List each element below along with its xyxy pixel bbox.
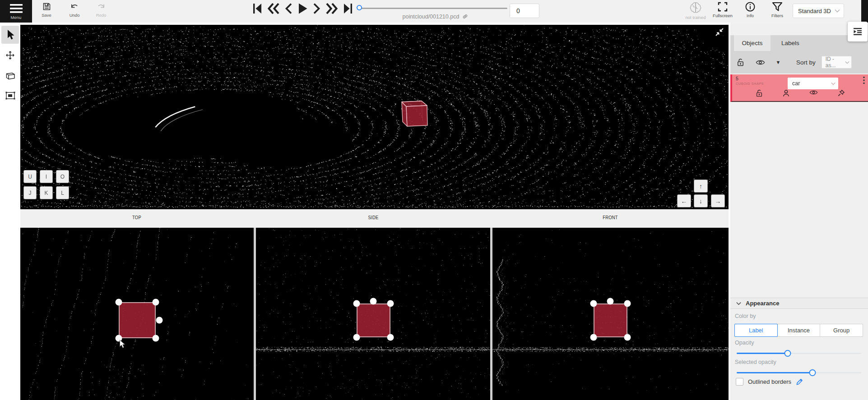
menu-button[interactable]: Menu: [0, 0, 32, 23]
hotkey-i[interactable]: I: [40, 170, 53, 183]
selected-opacity-slider[interactable]: [737, 369, 861, 376]
collapse-view-icon[interactable]: [715, 27, 724, 37]
opacity-slider[interactable]: [737, 349, 861, 357]
toggle-panel-button[interactable]: [848, 22, 868, 41]
visibility-all-icon[interactable]: [750, 59, 770, 66]
ortho-views: [20, 228, 729, 400]
image-annotation-icon: [5, 91, 16, 100]
play-button[interactable]: [297, 3, 308, 14]
color-by-instance-button[interactable]: Instance: [777, 324, 821, 337]
cuboid-tool-button[interactable]: [1, 66, 19, 84]
arrow-down-key[interactable]: ↓: [694, 194, 708, 207]
resize-handle[interactable]: [624, 334, 631, 341]
pointcloud-canvas[interactable]: [20, 25, 729, 209]
rotate-handle[interactable]: [607, 298, 614, 305]
object-pin-icon[interactable]: [837, 89, 845, 97]
hotkey-j[interactable]: J: [23, 186, 37, 199]
resize-handle[interactable]: [353, 300, 360, 307]
sort-select-value: ID - as...: [826, 56, 845, 69]
appearance-section-header[interactable]: Appearance: [730, 298, 868, 309]
view-mode-select[interactable]: Standard 3D: [793, 4, 844, 18]
color-by-label-button[interactable]: Label: [734, 324, 778, 337]
hotkey-u[interactable]: U: [23, 170, 37, 183]
skip-to-start-button[interactable]: [252, 3, 263, 14]
arrow-left-key[interactable]: ←: [677, 194, 691, 207]
object-owner-icon[interactable]: [782, 89, 790, 97]
pointer-icon: [5, 29, 15, 40]
appearance-title: Appearance: [746, 300, 779, 307]
arrow-up-key[interactable]: ↑: [694, 179, 708, 193]
top-view-panel[interactable]: [20, 228, 254, 400]
object-shape-label: CUBOID SHAPE: [736, 82, 764, 86]
cuboid-annotation-side[interactable]: [357, 303, 390, 337]
undo-button[interactable]: Undo: [62, 2, 87, 18]
redo-icon: [96, 2, 106, 11]
fast-forward-button[interactable]: [325, 3, 338, 14]
sort-by-label: Sort by: [796, 59, 816, 66]
color-by-group-button[interactable]: Group: [820, 324, 863, 337]
top-toolbar: Menu Save Undo Redo: [0, 0, 868, 23]
dropdown-caret-icon[interactable]: ▼: [770, 60, 786, 65]
resize-handle[interactable]: [590, 300, 597, 307]
object-lock-icon[interactable]: [756, 89, 763, 97]
left-tool-rail: [0, 23, 20, 400]
next-frame-button[interactable]: [313, 3, 320, 14]
frame-timeline-slider[interactable]: [357, 6, 507, 11]
color-by-label: Color by: [735, 313, 756, 319]
resize-handle[interactable]: [387, 300, 394, 307]
rotate-handle[interactable]: [370, 298, 377, 305]
save-button[interactable]: Save: [34, 2, 59, 18]
color-picker-pencil-icon[interactable]: [796, 378, 803, 386]
front-view-panel[interactable]: [492, 228, 729, 400]
hamburger-icon: [10, 4, 23, 13]
skip-to-end-button[interactable]: [343, 3, 353, 14]
move-tool-button[interactable]: [1, 46, 19, 64]
timeline-knob[interactable]: [357, 5, 362, 10]
cuboid-annotation-front[interactable]: [594, 303, 627, 337]
resize-handle[interactable]: [153, 299, 159, 306]
opacity-label: Opacity: [735, 340, 754, 346]
outlined-borders-checkbox[interactable]: [736, 378, 743, 386]
arrow-right-key[interactable]: →: [711, 194, 725, 207]
corner-strip: [861, 0, 868, 23]
outlined-borders-row: Outlined borders: [736, 378, 803, 386]
filters-icon: [771, 1, 783, 12]
side-view-panel[interactable]: [256, 228, 490, 400]
hotkey-l[interactable]: L: [56, 186, 69, 199]
select-tool-button[interactable]: [1, 26, 19, 44]
object-class-select[interactable]: car: [788, 78, 838, 89]
resize-handle[interactable]: [116, 299, 122, 306]
fullscreen-icon: [717, 1, 728, 12]
rotate-handle[interactable]: [156, 317, 163, 324]
cuboid-annotation-3d[interactable]: [397, 97, 436, 131]
filters-button[interactable]: Filters: [761, 1, 794, 18]
object-visibility-icon[interactable]: [809, 89, 818, 97]
resize-handle[interactable]: [153, 335, 159, 342]
tab-objects[interactable]: Objects: [734, 35, 771, 51]
timeline-track[interactable]: [357, 8, 507, 9]
slider-knob[interactable]: [784, 350, 791, 357]
slider-knob[interactable]: [809, 369, 816, 376]
resize-handle[interactable]: [624, 300, 631, 307]
lock-all-icon[interactable]: [730, 58, 750, 66]
object-menu-icon[interactable]: [863, 76, 865, 84]
pointcloud-annotation-app: Menu Save Undo Redo: [0, 0, 868, 400]
hotkey-k[interactable]: K: [40, 186, 53, 199]
fast-rewind-button[interactable]: [268, 3, 280, 14]
hotkey-o[interactable]: O: [56, 170, 69, 183]
previous-frame-button[interactable]: [285, 3, 292, 14]
objects-panel: Objects Labels ▼ Sort by ID - as...: [730, 23, 868, 400]
frame-number-input[interactable]: [510, 4, 539, 18]
resize-handle[interactable]: [590, 334, 597, 341]
image-annotation-tool-button[interactable]: [1, 87, 19, 105]
object-list-item[interactable]: 5 CUBOID SHAPE car: [730, 74, 868, 102]
sort-select[interactable]: ID - as...: [822, 56, 852, 69]
main-3d-view[interactable]: U I O J K L ↑ ← ↓ →: [20, 25, 729, 209]
tab-labels[interactable]: Labels: [771, 35, 799, 51]
resize-handle[interactable]: [353, 334, 360, 341]
resize-handle[interactable]: [387, 334, 394, 341]
link-icon[interactable]: [462, 13, 469, 20]
redo-button[interactable]: Redo: [88, 2, 114, 18]
filename-label: pointcloud/001210.pcd: [403, 14, 460, 20]
cuboid-annotation-top[interactable]: [119, 302, 156, 338]
